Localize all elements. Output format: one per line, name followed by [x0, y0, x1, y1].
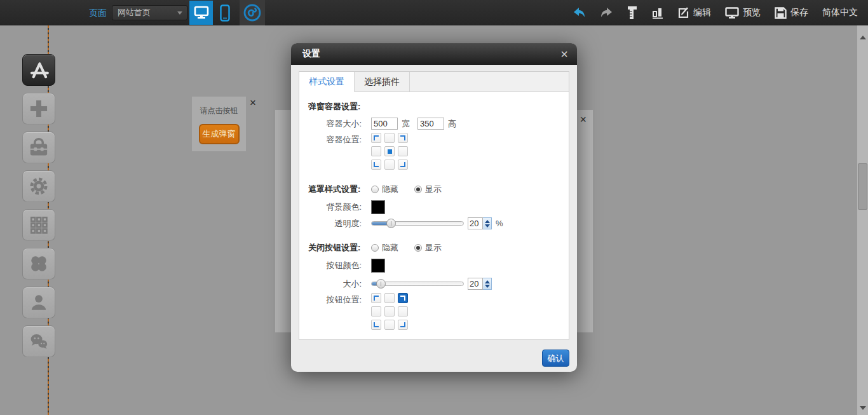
- dialog-tabs: 样式设置 选择插件: [299, 71, 569, 92]
- pos-cell-bottom[interactable]: [384, 160, 395, 170]
- btnpos-cell-bottom[interactable]: [384, 320, 395, 330]
- link-mode-button[interactable]: [240, 0, 265, 25]
- opacity-value-input[interactable]: [468, 217, 483, 229]
- closebtn-hide-radio[interactable]: [371, 244, 379, 252]
- btnpos-cell-top-left[interactable]: [371, 293, 381, 303]
- sidebar-item-wechat[interactable]: [22, 325, 55, 357]
- closebtn-size-input[interactable]: [468, 278, 483, 290]
- closebtn-show-label[interactable]: 显示: [425, 242, 442, 254]
- ruler-icon: [627, 6, 638, 20]
- mask-bg-color-swatch[interactable]: [371, 200, 385, 214]
- pos-cell-left[interactable]: [371, 146, 381, 156]
- edit-label: 编辑: [693, 7, 711, 18]
- toolbox-icon: [27, 137, 50, 158]
- container-height-input[interactable]: [417, 118, 444, 130]
- sidebar-item-add[interactable]: [22, 93, 55, 125]
- trigger-widget: × 请点击按钮 生成弹窗: [192, 97, 246, 151]
- btnpos-cell-left[interactable]: [371, 306, 381, 316]
- opacity-slider-thumb[interactable]: [386, 219, 396, 228]
- closebtn-position-grid: [371, 293, 408, 330]
- btnpos-cell-bottom-left[interactable]: [371, 320, 381, 330]
- link-icon: [243, 3, 262, 22]
- mask-show-radio[interactable]: [414, 186, 422, 193]
- dialog-close-icon[interactable]: ×: [560, 48, 568, 60]
- scroll-down-icon[interactable]: [860, 406, 866, 410]
- undo-button[interactable]: [573, 8, 586, 18]
- edit-pencil-icon: [677, 7, 689, 19]
- closebtn-show-radio[interactable]: [414, 244, 422, 252]
- monitor-icon: [194, 6, 209, 20]
- sidebar-item-settings[interactable]: [22, 170, 55, 202]
- closebtn-size-slider-thumb[interactable]: [376, 279, 386, 289]
- mask-hide-label[interactable]: 隐藏: [382, 184, 398, 195]
- preview-label: 预览: [743, 7, 761, 18]
- closebtn-color-label: 按钮颜色:: [308, 260, 362, 271]
- btnpos-cell-center[interactable]: [384, 306, 395, 316]
- btnpos-cell-right[interactable]: [398, 306, 408, 316]
- top-toolbar: 页面 网站首页: [0, 0, 868, 25]
- edit-button[interactable]: 编辑: [677, 7, 711, 19]
- page-label: 页面: [89, 8, 107, 19]
- preview-close-icon[interactable]: ×: [580, 114, 587, 125]
- redo-icon: [600, 8, 613, 18]
- generate-popup-button[interactable]: 生成弹窗: [199, 124, 240, 144]
- phone-icon: [220, 4, 230, 22]
- sidebar-item-modules[interactable]: [22, 209, 55, 241]
- closebtn-size-label: 大小:: [308, 278, 362, 290]
- save-floppy-icon: [775, 7, 787, 19]
- undo-icon: [573, 8, 586, 18]
- page-select-value: 网站首页: [118, 8, 151, 17]
- dialog-content: 样式设置 选择插件 弹窗容器设置: 容器大小: 宽 高 容器位置:: [299, 71, 569, 383]
- closebtn-position-label: 按钮位置:: [308, 294, 362, 306]
- mask-hide-radio[interactable]: [371, 186, 379, 193]
- btnpos-cell-top-right-selected[interactable]: [398, 293, 408, 303]
- closebtn-color-swatch[interactable]: [371, 259, 385, 273]
- confirm-button[interactable]: 确认: [542, 350, 569, 367]
- pos-cell-right[interactable]: [398, 146, 408, 156]
- pos-cell-bottom-right[interactable]: [398, 160, 408, 170]
- plus-icon: [28, 98, 50, 119]
- dialog-title: 设置: [302, 48, 560, 60]
- desktop-view-button[interactable]: [189, 1, 213, 25]
- opacity-slider[interactable]: [371, 221, 464, 226]
- page-select-dropdown[interactable]: 网站首页: [112, 5, 187, 20]
- stats-button[interactable]: [652, 6, 663, 19]
- dialog-header[interactable]: 设置 ×: [291, 43, 577, 65]
- opacity-unit-label: %: [496, 219, 503, 228]
- clover-icon: [28, 253, 50, 275]
- widget-close-icon[interactable]: ×: [250, 97, 256, 108]
- preview-monitor-icon: [725, 7, 739, 19]
- pos-cell-top[interactable]: [384, 133, 395, 143]
- pos-cell-top-right[interactable]: [398, 133, 408, 143]
- sidebar-item-apps[interactable]: [22, 54, 55, 86]
- pos-cell-top-left[interactable]: [371, 133, 381, 143]
- gear-icon: [27, 175, 50, 198]
- container-width-input[interactable]: [371, 118, 398, 130]
- sidebar-item-plugins[interactable]: [22, 248, 55, 280]
- redo-button[interactable]: [600, 8, 613, 18]
- language-switch[interactable]: 简体中文: [822, 7, 858, 18]
- scrollbar-thumb[interactable]: [858, 163, 867, 210]
- btnpos-cell-bottom-right[interactable]: [398, 320, 408, 330]
- closebtn-size-slider[interactable]: [371, 282, 464, 286]
- ruler-button[interactable]: [627, 6, 638, 20]
- save-button[interactable]: 保存: [775, 7, 808, 19]
- container-position-grid: [371, 133, 408, 170]
- closebtn-hide-label[interactable]: 隐藏: [382, 242, 398, 254]
- opacity-spinner-icon[interactable]: [483, 217, 492, 229]
- vertical-scrollbar[interactable]: [857, 25, 868, 415]
- pos-cell-bottom-left[interactable]: [371, 160, 381, 170]
- closebtn-size-spinner-icon[interactable]: [483, 278, 492, 290]
- sidebar-item-toolbox[interactable]: [22, 132, 55, 163]
- pos-cell-center-selected[interactable]: [384, 146, 395, 156]
- tab-select-plugin[interactable]: 选择插件: [355, 72, 410, 92]
- app-tools-icon: [27, 59, 50, 81]
- sidebar-item-user[interactable]: [22, 287, 55, 318]
- tab-style-settings[interactable]: 样式设置: [299, 72, 355, 92]
- btnpos-cell-top[interactable]: [384, 293, 395, 303]
- height-unit-label: 高: [448, 118, 456, 130]
- mobile-view-button[interactable]: [217, 4, 233, 22]
- mask-show-label[interactable]: 显示: [425, 184, 442, 195]
- scroll-up-icon[interactable]: [860, 36, 866, 39]
- preview-button[interactable]: 预览: [725, 7, 761, 19]
